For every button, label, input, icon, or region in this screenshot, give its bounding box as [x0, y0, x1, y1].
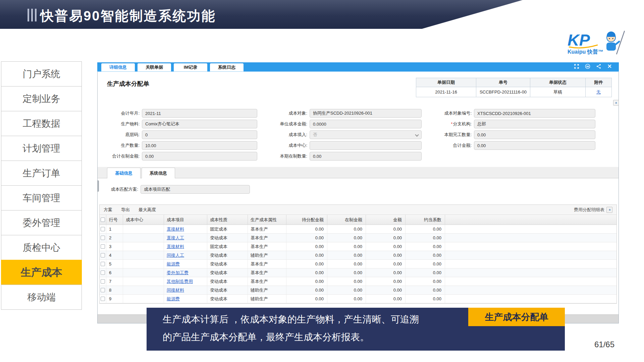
- cell-cost-center: [123, 295, 164, 303]
- cell-coefficient: 0.00: [406, 295, 445, 303]
- table-row: 6委外加工费变动成本基本生产0.000.000.000.00: [100, 268, 616, 277]
- cell-cost-item: 间接材料: [164, 286, 207, 294]
- cell-line-no: 2: [106, 234, 123, 242]
- cost-match-row: 成本匹配方案: 成本项目匹配: [100, 185, 250, 194]
- row-checkbox[interactable]: [101, 227, 105, 231]
- cell-cost-item: 直接材料: [164, 225, 207, 233]
- subtab-0[interactable]: 基础信息: [107, 168, 141, 178]
- sidebar-item-2[interactable]: 工程数据: [1, 111, 82, 136]
- toolbar-item-1[interactable]: 导出: [121, 207, 130, 213]
- caption-tag: 生产成本分配单: [468, 308, 565, 326]
- cell-wip-amount: 0.00: [327, 225, 366, 233]
- cost-item-link[interactable]: 委外加工费: [167, 270, 189, 276]
- cell-wip-amount: 0.00: [327, 260, 366, 268]
- form-c3-input-2[interactable]: 0.00: [474, 130, 595, 139]
- cost-item-link[interactable]: 间接人工: [167, 252, 184, 258]
- cost-item-link[interactable]: 直接人工: [167, 235, 184, 241]
- row-checkbox-cell: [100, 286, 106, 294]
- cost-item-link[interactable]: 其他制造费用: [167, 279, 193, 285]
- row-checkbox[interactable]: [101, 288, 105, 292]
- panel-collapse-handle[interactable]: [97, 180, 99, 192]
- form-c2-input-1[interactable]: 0.0000: [310, 120, 422, 128]
- cell-cost-center: [123, 242, 164, 251]
- form-c2-input-0[interactable]: 协同生产SCDD-20210926-001: [310, 109, 422, 118]
- cost-item-link[interactable]: 能源费: [167, 296, 180, 302]
- form-c2-input-3[interactable]: [310, 141, 422, 150]
- row-checkbox[interactable]: [101, 262, 105, 266]
- cell-amount: 0.00: [366, 225, 406, 233]
- collapse-grid-button[interactable]: »: [606, 207, 612, 213]
- sidebar-item-7[interactable]: 质检中心: [1, 235, 82, 260]
- form-c1-value-2: 0: [145, 132, 148, 137]
- form-c1-label-3: 生产数量:: [100, 142, 142, 148]
- select-all-checkbox[interactable]: [101, 218, 105, 222]
- form-c2-row-1: 单位成本金额:0.0000: [267, 120, 422, 128]
- form-c1-input-2[interactable]: 0: [142, 130, 257, 139]
- row-checkbox[interactable]: [101, 253, 105, 257]
- sidebar-item-5[interactable]: 车间管理: [1, 185, 82, 210]
- window-tab-1[interactable]: 关联单据: [138, 63, 171, 71]
- form-c2-label-2: 成本填入:: [267, 132, 310, 138]
- cost-item-link[interactable]: 能源费: [167, 261, 180, 267]
- expense-detail-label[interactable]: 费用分配明细表: [574, 207, 604, 213]
- header-cost-nature: 成本性质: [207, 215, 248, 225]
- window-tab-0[interactable]: 详细信息: [101, 63, 135, 71]
- sidebar-item-9[interactable]: 移动端: [1, 285, 82, 310]
- sidebar-item-8[interactable]: 生产成本: [1, 260, 82, 285]
- form-c3-input-0[interactable]: XTSCSCDD-20210926-001: [474, 109, 595, 118]
- sidebar-item-3[interactable]: 计划管理: [1, 136, 82, 161]
- toolbar-item-0[interactable]: 方案: [104, 207, 112, 213]
- row-checkbox[interactable]: [101, 244, 105, 249]
- row-checkbox[interactable]: [101, 270, 105, 275]
- sidebar-item-6[interactable]: 委外管理: [1, 210, 82, 235]
- sidebar-item-1[interactable]: 定制业务: [1, 86, 82, 111]
- cost-item-link[interactable]: 间接材料: [167, 287, 184, 293]
- cell-line-no: 8: [106, 286, 123, 294]
- window-titlebar: 详细信息关联单据IM记录系统日志 IM: [97, 62, 619, 72]
- close-icon[interactable]: [607, 64, 612, 69]
- form-c1-input-1[interactable]: Comix齐心笔记本: [142, 120, 257, 128]
- row-checkbox[interactable]: [101, 297, 105, 301]
- form-c2-input-4[interactable]: 0.00: [310, 152, 422, 161]
- cell-cost-item: 委外加工费: [164, 268, 207, 277]
- cost-match-input[interactable]: 成本项目匹配: [141, 185, 250, 194]
- cell-wip-amount: 0.00: [327, 242, 366, 251]
- form-c1-input-4[interactable]: 0.00: [142, 152, 257, 161]
- row-checkbox[interactable]: [101, 279, 105, 284]
- dropdown-chevron-icon[interactable]: [415, 133, 419, 136]
- slide-title: 快普易90智能制造系统功能: [40, 7, 216, 25]
- cell-line-no: 7: [106, 277, 123, 286]
- cell-coefficient: 0.00: [406, 268, 445, 277]
- row-checkbox-cell: [100, 234, 106, 242]
- im-icon[interactable]: IM: [585, 64, 590, 69]
- expand-icon[interactable]: [574, 64, 579, 69]
- cell-wip-amount: 0.00: [327, 295, 366, 303]
- collapse-header-button[interactable]: »: [613, 100, 619, 106]
- form-c1-input-3[interactable]: 10.00: [142, 141, 257, 150]
- row-checkbox[interactable]: [101, 236, 105, 240]
- cell-cost-item: 能源费: [164, 260, 207, 268]
- cost-item-link[interactable]: 直接材料: [167, 244, 184, 250]
- form-c3-input-1[interactable]: 总部: [474, 120, 595, 128]
- window-tab-3[interactable]: 系统日志: [210, 63, 244, 71]
- form-c3-row-1: *分支机构:总部: [432, 120, 595, 128]
- toolbar-item-2[interactable]: 最大高度: [139, 207, 156, 213]
- window-tab-2[interactable]: IM记录: [174, 63, 207, 71]
- share-icon[interactable]: [596, 64, 601, 69]
- form-c1-input-0[interactable]: 2021-11: [142, 109, 257, 118]
- cost-item-link[interactable]: 直接材料: [167, 226, 184, 232]
- attachment-link[interactable]: 无: [596, 89, 601, 95]
- grid-toolbar-left: 方案导出最大高度: [104, 207, 156, 213]
- sidebar-item-4[interactable]: 生产订单: [1, 161, 82, 186]
- form-c3-input-3[interactable]: 0.00: [474, 141, 595, 150]
- form-c2-input-2[interactable]: 否: [310, 130, 422, 139]
- table-row: 3直接材料固定成本基本生产0.000.000.000.00: [100, 242, 616, 251]
- kuaipu-logo: KP Kuaipu 快普™: [566, 30, 629, 56]
- cell-amount: 0.00: [366, 295, 406, 303]
- form-c3-label-2: 本期完工数量:: [432, 132, 474, 138]
- header-cost-attr: 生产成本属性: [248, 215, 286, 225]
- sidebar-item-0[interactable]: 门户系统: [1, 61, 82, 86]
- cell-coefficient: 0.00: [406, 242, 445, 251]
- subtab-1[interactable]: 系统信息: [142, 168, 175, 178]
- form-c2-label-1: 单位成本金额:: [267, 121, 310, 127]
